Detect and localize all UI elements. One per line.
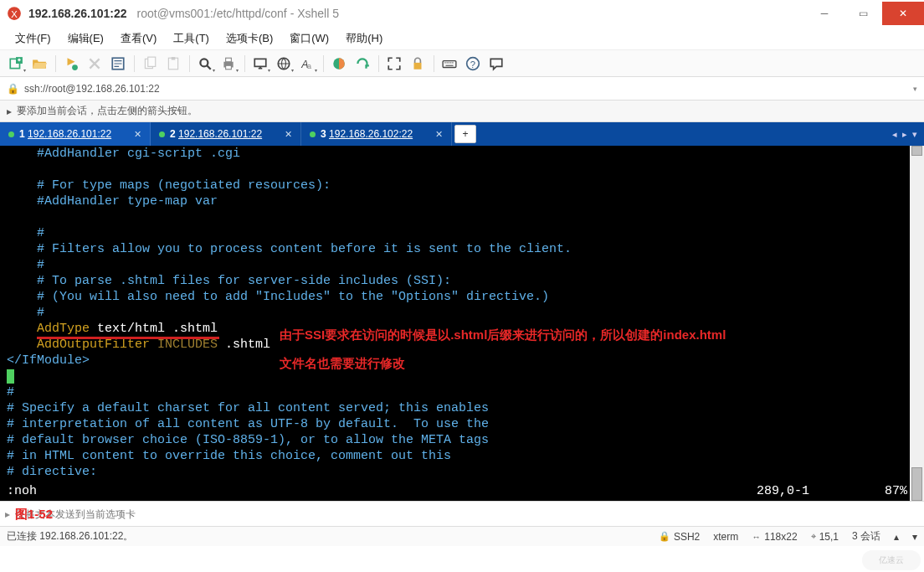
arrow-hint-icon[interactable]: ▸ xyxy=(7,106,12,117)
tab-prev-icon[interactable]: ◂ xyxy=(892,129,897,140)
keyboard-icon[interactable] xyxy=(439,53,460,75)
session-tab-2[interactable]: 2 192.168.26.101:22 ✕ xyxy=(151,122,301,146)
compose-arrow-icon[interactable]: ▸ xyxy=(5,508,10,520)
code-line: # To parse .shtml files for server-side … xyxy=(37,274,451,288)
address-bar: 🔒 ssh://root@192.168.26.101:22 ▾ xyxy=(0,77,924,100)
tab-close-icon[interactable]: ✕ xyxy=(435,129,443,140)
paste-icon[interactable] xyxy=(162,53,184,75)
code-line: # xyxy=(37,306,44,320)
svg-rect-13 xyxy=(226,65,232,70)
menu-view[interactable]: 查看(V) xyxy=(114,28,163,49)
separator xyxy=(241,53,248,75)
lock-small-icon: 🔒 xyxy=(659,531,670,542)
chat-icon[interactable] xyxy=(485,53,507,75)
tab-next-icon[interactable]: ▸ xyxy=(902,129,907,140)
session-tab-3[interactable]: 3 192.168.26.102:22 ✕ xyxy=(301,122,452,146)
status-up-icon[interactable]: ▴ xyxy=(894,531,899,543)
help-icon[interactable]: ? xyxy=(462,53,484,75)
svg-rect-14 xyxy=(254,59,266,66)
cursor-pos-icon: ⌖ xyxy=(811,531,816,542)
tab-index: 1 xyxy=(19,128,25,140)
color-scheme-icon[interactable] xyxy=(328,53,350,75)
cursor xyxy=(7,369,14,384)
copy-icon[interactable] xyxy=(139,53,161,75)
maximize-button[interactable]: ▭ xyxy=(844,2,882,25)
code-line: # For type maps (negotiated resources): xyxy=(37,178,331,193)
tab-label: 192.168.26.102:22 xyxy=(329,128,413,140)
find-icon[interactable]: ▾ xyxy=(194,53,216,75)
status-dot-icon xyxy=(159,131,165,137)
svg-text:X: X xyxy=(11,9,18,19)
code-line: # Filters allow you to process content b… xyxy=(37,242,572,256)
code-line: # xyxy=(37,258,44,272)
terminal-pane[interactable]: #AddHandler cgi-script .cgi # For type m… xyxy=(0,146,924,501)
code-line: # xyxy=(37,226,44,240)
svg-text:?: ? xyxy=(470,59,475,69)
separator xyxy=(430,53,437,75)
close-button[interactable]: ✕ xyxy=(882,2,924,25)
status-term: xterm xyxy=(713,531,738,543)
menu-tools[interactable]: 工具(T) xyxy=(167,28,216,49)
fullscreen-icon[interactable] xyxy=(383,53,405,75)
tab-nav: ◂ ▸ ▾ xyxy=(892,122,924,146)
svg-point-10 xyxy=(200,59,208,66)
status-connection: 已连接 192.168.26.101:22。 xyxy=(7,529,645,544)
reconnect-icon[interactable] xyxy=(60,53,82,75)
encoding-icon[interactable]: ▾ xyxy=(273,53,295,75)
url-field[interactable]: ssh://root@192.168.26.101:22 xyxy=(24,83,908,95)
code-line: # xyxy=(7,385,14,399)
dropdown-icon[interactable]: ▾ xyxy=(913,85,917,93)
menu-file[interactable]: 文件(F) xyxy=(8,28,58,49)
code-line: #AddHandler cgi-script .cgi xyxy=(37,146,240,162)
status-cursor: ⌖15,1 xyxy=(811,531,839,543)
minimize-button[interactable]: ─ xyxy=(805,2,844,25)
refresh-icon[interactable] xyxy=(352,53,373,75)
scroll-thumb[interactable] xyxy=(911,467,922,501)
font-icon[interactable]: Aa▾ xyxy=(296,53,318,75)
disconnect-icon[interactable] xyxy=(84,53,105,75)
code-text: text/html .shtml xyxy=(90,322,218,336)
tab-index: 3 xyxy=(321,128,326,140)
screen-icon[interactable]: ▾ xyxy=(249,53,271,75)
code-keyword: AddType xyxy=(37,322,90,336)
status-bar: 已连接 192.168.26.101:22。 🔒SSH2 xterm ↔118x… xyxy=(0,526,924,546)
window-buttons: ─ ▭ ✕ xyxy=(805,2,924,25)
add-tab-button[interactable]: + xyxy=(454,125,476,143)
tab-list-icon[interactable]: ▾ xyxy=(912,129,917,140)
svg-text:a: a xyxy=(307,61,311,70)
menu-window[interactable]: 窗口(W) xyxy=(283,28,336,49)
menu-edit[interactable]: 编辑(E) xyxy=(61,28,110,49)
separator xyxy=(52,53,59,75)
menu-help[interactable]: 帮助(H) xyxy=(339,28,389,49)
session-tab-1[interactable]: 1 192.168.26.101:22 ✕ xyxy=(0,122,151,146)
title-bar: X 192.168.26.101:22 root@vms001:/etc/htt… xyxy=(0,0,924,27)
tab-close-icon[interactable]: ✕ xyxy=(285,129,292,140)
menu-tabs[interactable]: 选项卡(B) xyxy=(219,28,280,49)
info-bar: ▸ 要添加当前会话，点击左侧的箭头按钮。 xyxy=(0,100,924,122)
tab-close-icon[interactable]: ✕ xyxy=(134,129,141,140)
print-icon[interactable]: ▾ xyxy=(218,53,239,75)
terminal-scrollbar[interactable] xyxy=(910,146,924,501)
compose-input[interactable] xyxy=(15,508,919,520)
separator xyxy=(131,53,137,75)
code-keyword: AddOutputFilter xyxy=(37,338,150,352)
tab-index: 2 xyxy=(170,128,176,140)
properties-icon[interactable] xyxy=(107,53,129,75)
status-dot-icon xyxy=(8,131,14,137)
status-down-icon[interactable]: ▾ xyxy=(912,531,917,543)
code-text: .shtml xyxy=(218,338,270,352)
vim-percent: 87% xyxy=(865,483,907,499)
separator xyxy=(320,53,326,75)
info-text: 要添加当前会话，点击左侧的箭头按钮。 xyxy=(17,104,198,118)
svg-rect-20 xyxy=(443,60,456,67)
compose-row: ▸ 图1-52 xyxy=(0,501,924,526)
resize-icon: ↔ xyxy=(752,532,761,542)
open-session-icon[interactable] xyxy=(28,53,50,75)
code-line: # directive: xyxy=(7,465,97,479)
title-subtitle: root@vms001:/etc/httpd/conf - Xshell 5 xyxy=(137,7,339,20)
annotation-text-1: 由于SSI要求在访问的时候是以.shtml后缀来进行访问的，所以创建的index… xyxy=(280,327,726,343)
scroll-up-button[interactable] xyxy=(911,146,922,156)
lock-icon[interactable] xyxy=(407,53,429,75)
svg-rect-12 xyxy=(226,58,232,62)
new-session-icon[interactable]: ▾ xyxy=(5,53,27,75)
